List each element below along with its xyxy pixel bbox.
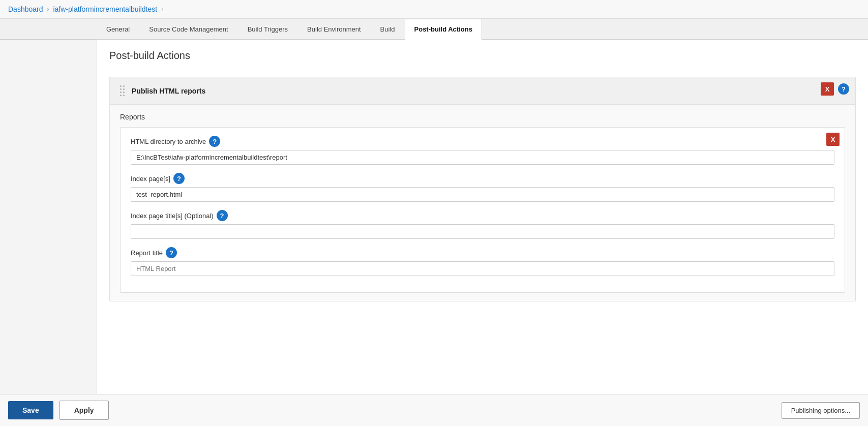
publish-html-reports-card: X ? Publish HTML reports Reports X bbox=[109, 77, 856, 301]
report-title-group: Report title ? bbox=[131, 247, 834, 276]
section-card-actions: X ? bbox=[821, 82, 849, 96]
html-directory-label: HTML directory to archive bbox=[131, 138, 206, 145]
html-directory-help-icon[interactable]: ? bbox=[209, 136, 220, 147]
report-title-label: Report title bbox=[131, 249, 163, 257]
report-title-input[interactable] bbox=[131, 261, 834, 276]
tab-build-triggers[interactable]: Build Triggers bbox=[238, 19, 297, 39]
tab-post-build-actions[interactable]: Post-build Actions bbox=[405, 19, 482, 40]
reports-section: Reports X HTML directory to archive ? bbox=[110, 105, 855, 301]
html-directory-label-row: HTML directory to archive ? bbox=[131, 136, 834, 147]
publishing-options-button[interactable]: Publishing options... bbox=[782, 402, 860, 406]
reports-label: Reports bbox=[120, 113, 845, 121]
index-pages-label-row: Index page[s] ? bbox=[131, 173, 834, 184]
tabs-container: General Source Code Management Build Tri… bbox=[0, 19, 868, 40]
index-pages-group: Index page[s] ? bbox=[131, 173, 834, 202]
drag-handle[interactable] bbox=[118, 83, 127, 98]
index-page-title-label-row: Index page title[s] (Optional) ? bbox=[131, 210, 834, 221]
breadcrumb: Dashboard › iafw-platformincrementalbuil… bbox=[0, 0, 868, 19]
tab-build-environment[interactable]: Build Environment bbox=[297, 19, 371, 39]
index-page-title-label: Index page title[s] (Optional) bbox=[131, 212, 214, 220]
delete-section-button[interactable]: X bbox=[821, 82, 834, 96]
index-page-title-group: Index page title[s] (Optional) ? bbox=[131, 210, 834, 239]
section-header: Publish HTML reports bbox=[110, 77, 855, 105]
tab-scm[interactable]: Source Code Management bbox=[139, 19, 237, 39]
report-title-help-icon[interactable]: ? bbox=[166, 247, 177, 258]
breadcrumb-separator-1: › bbox=[47, 6, 49, 13]
index-pages-help-icon[interactable]: ? bbox=[173, 173, 185, 184]
report-title-label-row: Report title ? bbox=[131, 247, 834, 258]
bottom-bar: Save Apply Publishing options... bbox=[0, 394, 868, 406]
index-page-title-input[interactable] bbox=[131, 224, 834, 239]
main-content: Post-build Actions X ? Publish HTML repo… bbox=[97, 40, 868, 406]
index-pages-label: Index page[s] bbox=[131, 175, 170, 182]
report-item: X HTML directory to archive ? Index page… bbox=[120, 127, 845, 293]
tab-general[interactable]: General bbox=[97, 19, 139, 39]
html-directory-group: HTML directory to archive ? bbox=[131, 136, 834, 165]
breadcrumb-dashboard[interactable]: Dashboard bbox=[8, 5, 43, 13]
section-title: Publish HTML reports bbox=[132, 87, 847, 95]
html-directory-input[interactable] bbox=[131, 150, 834, 165]
help-section-icon[interactable]: ? bbox=[838, 83, 849, 95]
index-page-title-help-icon[interactable]: ? bbox=[217, 210, 228, 221]
delete-report-button[interactable]: X bbox=[826, 133, 840, 146]
report-item-delete-area: X bbox=[826, 133, 840, 146]
breadcrumb-project[interactable]: iafw-platformincrementalbuildtest bbox=[53, 5, 158, 13]
tab-build[interactable]: Build bbox=[371, 19, 405, 39]
index-pages-input[interactable] bbox=[131, 187, 834, 202]
apply-button[interactable]: Apply bbox=[59, 401, 109, 406]
breadcrumb-separator-2: › bbox=[161, 6, 163, 13]
page-title: Post-build Actions bbox=[109, 50, 856, 67]
save-button[interactable]: Save bbox=[8, 401, 53, 406]
